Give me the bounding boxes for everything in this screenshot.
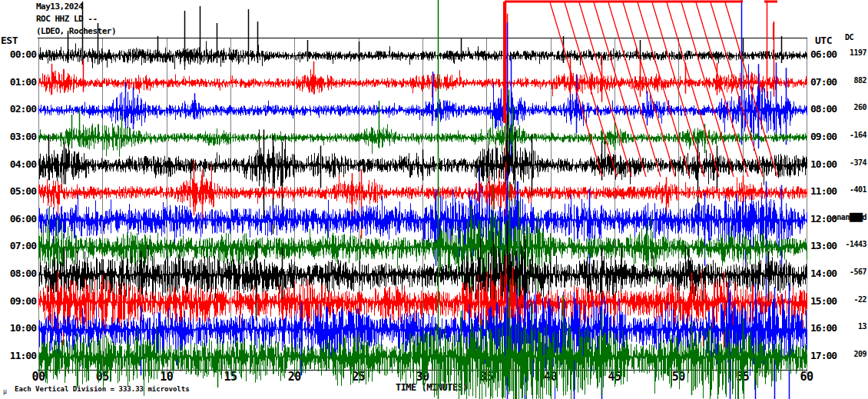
x-tick-label: 15 xyxy=(211,371,250,383)
est-label: 04:00 xyxy=(0,159,36,169)
x-tick-label: 40 xyxy=(532,371,570,383)
est-label: 08:00 xyxy=(0,268,36,278)
x-tick-label: 35 xyxy=(467,371,505,383)
left-axis-header: EST xyxy=(1,35,18,45)
x-tick-label: 55 xyxy=(724,371,762,383)
x-tick-label: 30 xyxy=(403,371,442,383)
est-label: 05:00 xyxy=(0,186,36,196)
x-tick-label: 05 xyxy=(83,371,121,383)
plot-date: May13,2024 xyxy=(36,2,83,11)
x-tick-label: 25 xyxy=(340,371,378,383)
dc-value: 13 xyxy=(799,323,866,331)
est-label: 02:00 xyxy=(0,104,36,114)
scale-note: Each Vertical Division = 333.33 microvol… xyxy=(15,386,190,393)
dc-value: 260 xyxy=(799,104,866,111)
est-label: 09:00 xyxy=(0,296,36,306)
est-label: 11:00 xyxy=(0,351,36,361)
dc-value: -1443 xyxy=(799,241,866,248)
x-tick-label: 10 xyxy=(147,371,186,383)
est-label: 01:00 xyxy=(0,77,36,87)
x-tick-label: 45 xyxy=(595,371,634,383)
dc-column-header: DC xyxy=(845,34,853,42)
x-tick-label: 60 xyxy=(787,371,826,383)
dc-value: -nan███d xyxy=(799,214,866,221)
dc-value: -374 xyxy=(799,159,866,167)
mu-symbol: µ xyxy=(3,389,7,395)
x-tick-label: 00 xyxy=(19,371,58,383)
dc-value: -22 xyxy=(799,296,866,304)
helicorder-page: May13,2024 ROC HHZ LD -- (LDEO, Rocheste… xyxy=(0,0,868,399)
est-label: 06:00 xyxy=(0,214,36,224)
x-axis-title: TIME (MINUTES) xyxy=(316,383,547,392)
dc-value: 209 xyxy=(799,351,866,358)
dc-value: 882 xyxy=(799,77,866,85)
dc-value: -164 xyxy=(799,131,866,139)
x-tick-label: 20 xyxy=(275,371,313,383)
station-location: (LDEO, Rochester) xyxy=(36,27,116,35)
right-axis-header: UTC xyxy=(815,35,832,45)
est-label: 07:00 xyxy=(0,241,36,251)
station-id: ROC HHZ LD -- xyxy=(36,15,98,23)
seismogram-canvas xyxy=(0,0,868,399)
x-tick-label: 50 xyxy=(659,371,697,383)
est-label: 03:00 xyxy=(0,131,36,141)
est-label: 10:00 xyxy=(0,323,36,333)
est-label: 00:00 xyxy=(0,49,36,59)
dc-value: -401 xyxy=(799,186,866,194)
dc-value: -567 xyxy=(799,268,866,276)
dc-value: 1197 xyxy=(799,49,866,57)
